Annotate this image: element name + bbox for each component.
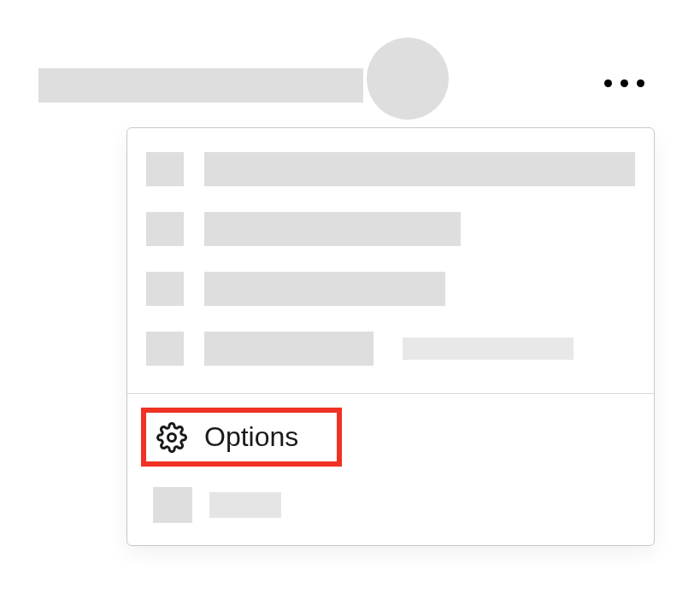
placeholder-icon	[146, 272, 184, 306]
header-placeholder-bar	[38, 68, 363, 103]
placeholder-label	[204, 332, 374, 366]
avatar-placeholder	[367, 38, 449, 120]
placeholder-label	[204, 212, 461, 246]
placeholder-icon	[146, 212, 184, 246]
more-options-button[interactable]	[604, 79, 644, 87]
menu-item-placeholder[interactable]	[141, 487, 640, 523]
dropdown-menu: Options	[126, 127, 655, 546]
options-menu-item[interactable]: Options	[141, 408, 342, 467]
menu-item-placeholder[interactable]	[146, 212, 635, 246]
placeholder-secondary-label	[403, 338, 574, 360]
gear-icon	[156, 422, 187, 453]
menu-item-placeholder[interactable]	[146, 332, 635, 366]
placeholder-icon	[146, 332, 184, 366]
placeholder-label	[204, 152, 635, 186]
placeholder-icon	[153, 487, 192, 523]
placeholder-icon	[146, 152, 184, 186]
placeholder-label	[209, 492, 281, 518]
svg-point-0	[168, 433, 176, 441]
menu-item-placeholder[interactable]	[146, 152, 635, 186]
options-label: Options	[204, 421, 298, 453]
placeholder-label	[204, 272, 445, 306]
menu-item-placeholder[interactable]	[146, 272, 635, 306]
